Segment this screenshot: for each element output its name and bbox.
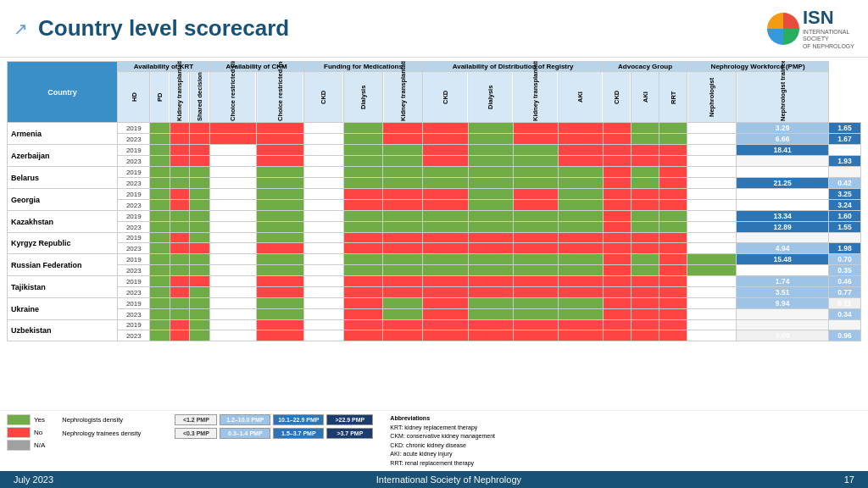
table-row: Kyrgyz Republic2019 xyxy=(8,233,861,243)
data-cell xyxy=(632,287,659,298)
data-cell xyxy=(468,123,513,134)
data-cell xyxy=(659,276,687,287)
data-cell xyxy=(513,330,558,341)
data-cell xyxy=(513,320,558,330)
data-cell xyxy=(190,243,209,254)
data-cell xyxy=(632,123,659,134)
data-cell xyxy=(687,200,737,211)
year-cell: 2019 xyxy=(118,145,150,156)
year-cell: 2019 xyxy=(118,167,150,178)
data-cell xyxy=(423,156,468,167)
data-cell xyxy=(423,330,468,341)
data-cell: 3.29 xyxy=(737,123,829,134)
data-cell xyxy=(257,276,303,287)
na-color-box xyxy=(7,440,31,451)
data-cell xyxy=(190,134,209,145)
year-cell: 2023 xyxy=(118,156,150,167)
data-cell xyxy=(150,298,170,309)
data-cell xyxy=(468,276,513,287)
data-cell xyxy=(687,123,737,134)
year-cell: 2023 xyxy=(118,178,150,189)
table-row: 20231.93 xyxy=(8,156,861,167)
data-cell xyxy=(383,167,423,178)
data-cell xyxy=(303,309,343,320)
data-cell xyxy=(150,243,170,254)
data-cell xyxy=(632,330,659,341)
data-cell xyxy=(687,320,737,330)
abbr-item: AKI: acute kidney injury xyxy=(390,450,495,459)
data-cell xyxy=(829,320,861,330)
data-cell: 1.98 xyxy=(829,243,861,254)
data-cell xyxy=(150,200,170,211)
density-box-4: >22.9 PMP xyxy=(326,414,373,425)
year-cell: 2023 xyxy=(118,222,150,233)
table-row: 202321.250.42 xyxy=(8,178,861,189)
year-cell: 2019 xyxy=(118,189,150,200)
page-title: Country level scorecard xyxy=(38,15,289,42)
table-row: Armenia20193.291.65 xyxy=(8,123,861,134)
data-cell xyxy=(513,222,558,233)
footer-page: 17 xyxy=(844,474,854,485)
footer-date: July 2023 xyxy=(14,474,53,485)
data-cell xyxy=(468,145,513,156)
data-cell xyxy=(558,156,603,167)
data-cell xyxy=(423,189,468,200)
page-header: ↗ Country level scorecard ISN INTERNATIO… xyxy=(0,0,868,58)
data-cell xyxy=(150,145,170,156)
data-cell xyxy=(383,200,423,211)
data-cell xyxy=(513,309,558,320)
table-row: Uzbekistan2019 xyxy=(8,320,861,330)
sub-header-6: CKD xyxy=(303,72,343,123)
data-cell xyxy=(343,167,383,178)
data-cell xyxy=(737,156,829,167)
data-cell xyxy=(303,211,343,222)
sub-header-11: Kidney transplantation xyxy=(513,72,558,123)
data-cell xyxy=(468,178,513,189)
data-cell xyxy=(603,233,631,243)
table-row: 20234.941.98 xyxy=(8,243,861,254)
data-cell xyxy=(687,178,737,189)
data-cell xyxy=(190,254,209,265)
data-cell xyxy=(190,233,209,243)
data-cell xyxy=(558,265,603,276)
data-cell xyxy=(303,254,343,265)
data-cell xyxy=(257,145,303,156)
data-cell xyxy=(513,287,558,298)
data-cell xyxy=(190,145,209,156)
data-cell xyxy=(190,276,209,287)
data-cell xyxy=(150,178,170,189)
table-wrapper[interactable]: Country Availability of KRT Availability… xyxy=(7,61,861,407)
data-cell xyxy=(190,309,209,320)
data-cell xyxy=(603,200,631,211)
data-cell xyxy=(170,156,189,167)
data-cell xyxy=(170,298,189,309)
data-cell xyxy=(632,233,659,243)
data-cell xyxy=(659,265,687,276)
data-cell xyxy=(343,189,383,200)
data-cell xyxy=(190,156,209,167)
data-cell xyxy=(423,134,468,145)
data-cell xyxy=(468,254,513,265)
data-cell xyxy=(468,309,513,320)
data-cell xyxy=(513,134,558,145)
year-cell: 2023 xyxy=(118,265,150,276)
data-cell xyxy=(209,178,256,189)
data-cell xyxy=(687,189,737,200)
data-cell xyxy=(303,265,343,276)
yes-label: Yes xyxy=(34,416,45,424)
isn-logo: ISN INTERNATIONALSOCIETYOF NEPHROLOGY xyxy=(767,7,854,50)
data-cell xyxy=(303,156,343,167)
data-cell xyxy=(170,178,189,189)
data-cell: 15.48 xyxy=(737,254,829,265)
year-cell: 2023 xyxy=(118,287,150,298)
data-cell xyxy=(632,178,659,189)
data-cell xyxy=(423,178,468,189)
data-cell xyxy=(687,134,737,145)
data-cell xyxy=(383,320,423,330)
data-cell xyxy=(257,309,303,320)
data-cell xyxy=(170,222,189,233)
data-cell xyxy=(257,298,303,309)
data-cell xyxy=(150,320,170,330)
data-cell xyxy=(558,330,603,341)
data-cell xyxy=(558,320,603,330)
